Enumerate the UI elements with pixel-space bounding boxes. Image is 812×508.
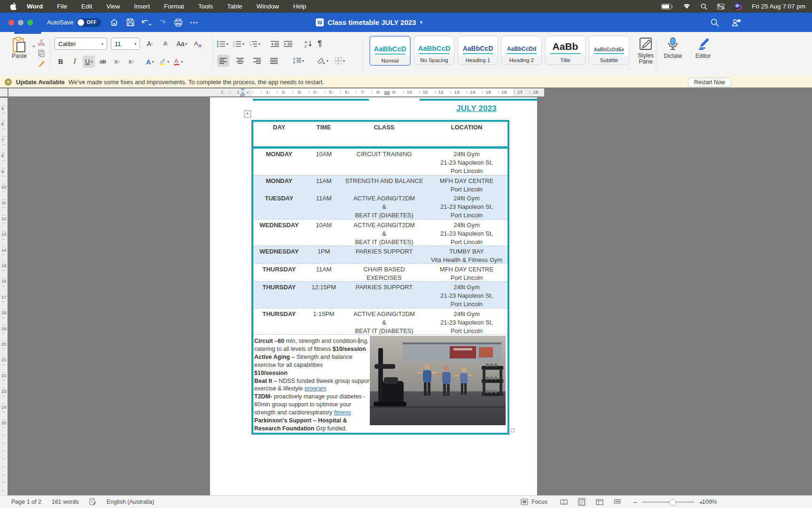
- search-icon[interactable]: [710, 18, 719, 27]
- indent-markers[interactable]: [240, 88, 245, 96]
- table-move-handle[interactable]: +: [244, 111, 251, 118]
- spotlight-icon[interactable]: [701, 3, 707, 10]
- menu-word[interactable]: Word: [27, 3, 43, 10]
- page-indicator[interactable]: Page 1 of 2: [11, 499, 41, 505]
- paste-chevron-icon[interactable]: ▾: [33, 44, 35, 68]
- zoom-slider[interactable]: [642, 501, 695, 503]
- print-layout-button[interactable]: [577, 497, 586, 507]
- minimize-window-button[interactable]: [18, 20, 23, 25]
- align-right-button[interactable]: [251, 55, 263, 67]
- menu-edit[interactable]: Edit: [81, 3, 92, 10]
- numbering-button[interactable]: 123▾: [233, 40, 244, 47]
- shrink-font-button[interactable]: Aˇ: [160, 38, 172, 50]
- styles-gallery-expand-icon[interactable]: ›: [619, 46, 621, 53]
- table-cell: TUMBY BAYVita Health & Fitness Gym: [426, 246, 508, 263]
- battery-icon[interactable]: [661, 4, 673, 9]
- more-commands-button[interactable]: [187, 17, 201, 28]
- menu-file[interactable]: File: [57, 3, 67, 10]
- show-paragraph-marks-button[interactable]: ¶: [318, 40, 322, 48]
- table-column-marker[interactable]: [384, 91, 390, 95]
- style-heading-1[interactable]: AaBbCcDHeading 1: [458, 36, 498, 65]
- underline-button[interactable]: U▾: [83, 56, 95, 68]
- menu-help[interactable]: Help: [293, 3, 306, 10]
- align-left-button[interactable]: [217, 55, 229, 67]
- style-no-spacing[interactable]: AaBbCcDNo Spacing: [414, 36, 454, 65]
- bullets-button[interactable]: ▾: [217, 40, 228, 47]
- share-icon[interactable]: [731, 18, 742, 27]
- clear-formatting-button[interactable]: A: [192, 38, 204, 50]
- style-title[interactable]: AaBbTitle: [545, 36, 586, 65]
- font-name-select[interactable]: Calibri▾: [55, 38, 107, 50]
- document-workspace[interactable]: 21123456789101112131415161718 ⌐ 56789101…: [0, 87, 812, 495]
- bold-button[interactable]: B: [55, 56, 67, 68]
- editor-button[interactable]: Editor: [688, 37, 718, 59]
- multilevel-list-button[interactable]: 1ai▾: [249, 40, 260, 47]
- control-center-icon[interactable]: [717, 4, 725, 9]
- copy-button[interactable]: [38, 49, 46, 57]
- autosave-toggle[interactable]: OFF: [77, 18, 101, 27]
- siri-icon[interactable]: [734, 3, 742, 10]
- hyperlink[interactable]: program: [304, 385, 327, 392]
- read-mode-button[interactable]: [559, 497, 569, 507]
- tab-selector[interactable]: ⌐: [244, 88, 252, 96]
- grow-font-button[interactable]: A^: [144, 38, 156, 50]
- dictate-button[interactable]: Dictate: [658, 37, 688, 59]
- strikethrough-button[interactable]: ab: [97, 56, 109, 68]
- font-color-button[interactable]: A▾: [172, 56, 184, 68]
- proofing-icon[interactable]: [89, 498, 96, 506]
- focus-button[interactable]: Focus: [521, 496, 547, 508]
- sort-button[interactable]: AZ: [304, 40, 313, 48]
- paste-button[interactable]: Paste: [7, 37, 32, 68]
- change-case-button[interactable]: Aa▾: [176, 38, 188, 50]
- subscript-button[interactable]: x2: [111, 56, 123, 68]
- text-effects-button[interactable]: A▾: [144, 56, 156, 68]
- close-window-button[interactable]: [8, 20, 14, 25]
- language-indicator[interactable]: English (Australia): [107, 499, 154, 505]
- undo-button[interactable]: [140, 17, 153, 28]
- document-page[interactable]: JULY 2023 + DAYTIMECLASSLOCATION MONDAY1…: [210, 97, 537, 495]
- italic-button[interactable]: I: [69, 56, 81, 68]
- print-button[interactable]: [172, 17, 185, 28]
- format-painter-button[interactable]: [38, 60, 46, 68]
- borders-button[interactable]: ▾: [334, 55, 346, 67]
- shading-button[interactable]: ▾: [317, 55, 329, 67]
- restart-now-button[interactable]: Restart Now: [688, 78, 731, 87]
- align-center-button[interactable]: [234, 55, 246, 67]
- wifi-icon[interactable]: [683, 3, 691, 9]
- menu-view[interactable]: View: [106, 3, 120, 10]
- home-tab-indicator[interactable]: [14, 32, 41, 34]
- menu-clock[interactable]: Fri 25 Aug 7:07 pm: [752, 3, 805, 10]
- apple-menu-icon[interactable]: [10, 2, 17, 10]
- menu-tools[interactable]: Tools: [198, 3, 213, 10]
- style-subtitle[interactable]: AaBbCcDdEeSubtitle: [589, 36, 629, 65]
- increase-indent-button[interactable]: [284, 40, 292, 47]
- zoom-percent[interactable]: 109%: [702, 496, 717, 508]
- web-layout-button[interactable]: [595, 497, 604, 507]
- home-button[interactable]: [108, 17, 121, 28]
- line-spacing-button[interactable]: ▾: [292, 55, 304, 67]
- zoom-window-button[interactable]: [27, 20, 33, 25]
- zoom-out-button[interactable]: −: [633, 498, 637, 506]
- style-heading-2[interactable]: AaBbCcDdHeading 2: [501, 36, 542, 65]
- outline-view-button[interactable]: [613, 497, 622, 507]
- table-resize-handle[interactable]: [511, 429, 515, 432]
- save-button[interactable]: [124, 17, 137, 28]
- decrease-indent-button[interactable]: [271, 40, 279, 47]
- hyperlink[interactable]: fitness: [334, 409, 351, 416]
- menu-insert[interactable]: Insert: [134, 3, 150, 10]
- font-size-select[interactable]: 11▾: [111, 38, 140, 50]
- zoom-slider-thumb[interactable]: [669, 499, 676, 506]
- menu-table[interactable]: Table: [227, 3, 242, 10]
- highlight-button[interactable]: ▾: [158, 56, 170, 68]
- menu-window[interactable]: Window: [257, 3, 279, 10]
- style-normal[interactable]: AaBbCcDNormal: [369, 36, 411, 66]
- table-row: THURSDAY1:15PMACTIVE AGING/T2DM&BEAT IT …: [253, 308, 508, 334]
- cut-button[interactable]: [38, 39, 46, 46]
- redo-button[interactable]: [156, 17, 169, 28]
- justify-button[interactable]: [268, 55, 280, 67]
- superscript-button[interactable]: x2: [125, 56, 137, 68]
- menu-format[interactable]: Format: [164, 3, 184, 10]
- word-count[interactable]: 161 words: [52, 499, 79, 505]
- document-title[interactable]: Class timetable JULY 2023: [328, 18, 416, 26]
- doc-title-chevron-icon[interactable]: ▾: [420, 19, 422, 25]
